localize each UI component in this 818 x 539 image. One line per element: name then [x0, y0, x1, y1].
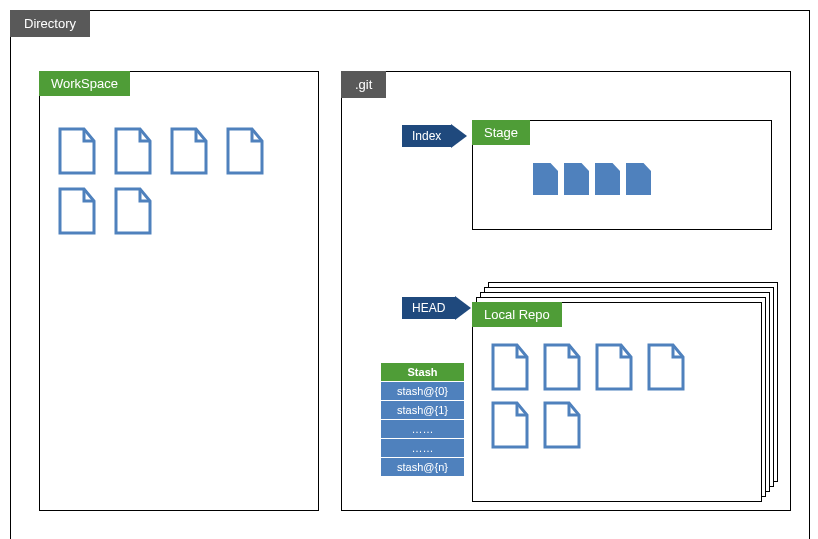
file-icon [543, 401, 581, 449]
stash-row: …… [381, 420, 465, 439]
file-icon [595, 343, 633, 391]
file-icon [533, 163, 558, 195]
directory-container: Directory WorkSpace .git Index Stage [10, 10, 810, 539]
file-icon [543, 343, 581, 391]
arrow-right-icon [451, 124, 467, 148]
file-icon [626, 163, 651, 195]
git-tab: .git [341, 71, 386, 98]
localrepo-label: Local Repo [472, 302, 562, 327]
workspace-label: WorkSpace [39, 71, 130, 96]
file-icon [58, 127, 96, 175]
stage-files [533, 163, 651, 195]
file-icon [491, 343, 529, 391]
stash-row: stash@{0} [381, 382, 465, 401]
file-icon [595, 163, 620, 195]
stage-box: Stage [472, 120, 772, 230]
file-icon [114, 187, 152, 235]
stash-row: stash@{n} [381, 458, 465, 477]
workspace-box: WorkSpace [39, 71, 319, 511]
index-arrow: Index [402, 124, 467, 148]
head-label: HEAD [402, 297, 455, 319]
stash-row: …… [381, 439, 465, 458]
head-arrow: HEAD [402, 296, 471, 320]
directory-tab: Directory [10, 10, 90, 37]
file-icon [564, 163, 589, 195]
stash-table: Stash stash@{0} stash@{1} …… …… stash@{n… [380, 362, 465, 477]
stage-label: Stage [472, 120, 530, 145]
file-icon [647, 343, 685, 391]
index-label: Index [402, 125, 451, 147]
file-icon [58, 187, 96, 235]
file-icon [491, 401, 529, 449]
localrepo-stack: Local Repo [472, 282, 782, 502]
file-icon [170, 127, 208, 175]
file-icon [114, 127, 152, 175]
localrepo-files [491, 343, 721, 449]
arrow-right-icon [455, 296, 471, 320]
stash-row: stash@{1} [381, 401, 465, 420]
stash-header: Stash [381, 363, 465, 382]
repo-page-front: Local Repo [472, 302, 762, 502]
workspace-files [58, 127, 298, 235]
file-icon [226, 127, 264, 175]
git-box: .git Index Stage HEAD Local Repo [341, 71, 791, 511]
